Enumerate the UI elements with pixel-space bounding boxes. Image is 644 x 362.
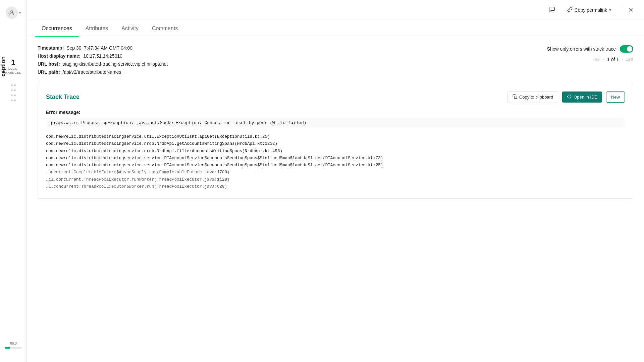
user-avatar-area[interactable]: ▾ (6, 7, 21, 19)
avatar (6, 7, 18, 19)
top-bar-divider (620, 6, 620, 14)
chat-icon-button[interactable] (546, 4, 558, 15)
dot (14, 89, 16, 91)
timestamp-label: Timestamp: (38, 45, 64, 51)
top-bar: Copy permalink ▾ ✕ (27, 0, 644, 20)
copy-permalink-button[interactable]: Copy permalink ▾ (564, 5, 614, 15)
error-message-label: Error message: (46, 110, 625, 115)
pagination-prev-icon[interactable]: ‹ (603, 57, 604, 62)
dot (11, 100, 13, 101)
dropdown-arrow-icon: ▾ (609, 8, 611, 12)
stack-line: …l.concurrent.ThreadPoolExecutor$Worker.… (46, 183, 625, 190)
pagination-last[interactable]: Last (626, 57, 633, 62)
timestamp-value: Sep 30, 7:47:34 AM GMT-04:00 (66, 45, 132, 51)
new-label: New (611, 95, 620, 100)
metadata-section: Timestamp: Sep 30, 7:47:34 AM GMT-04:00 … (38, 45, 633, 75)
clipboard-icon (513, 94, 517, 100)
stack-line: com.newrelic.distributedtracingservice.n… (46, 148, 625, 155)
main-content: Copy permalink ▾ ✕ Occurrences Attribute… (27, 0, 644, 362)
stack-line: com.newrelic.distributedtracingservice.s… (46, 155, 625, 162)
content-area: Timestamp: Sep 30, 7:47:34 AM GMT-04:00 … (27, 37, 644, 362)
code-icon (567, 94, 572, 100)
progress-time: 08:0 (10, 342, 16, 345)
stack-trace-toggle[interactable] (620, 45, 633, 53)
ide-label: Open in IDE (574, 95, 597, 100)
dot (11, 89, 13, 91)
url-path-row: URL path: /api/v2/trace/attributeNames (38, 69, 168, 75)
sidebar: ▾ 1 OCCU- RRENCES 08:0 (0, 0, 27, 362)
host-value: 10.17.51.14:25010 (83, 53, 122, 59)
error-message-text: javax.ws.rs.ProcessingException: java.ne… (46, 118, 625, 128)
stack-trace-code: com.newrelic.distributedtracingservice.u… (46, 133, 625, 190)
tab-occurrences[interactable]: Occurrences (35, 20, 79, 37)
timestamp-row: Timestamp: Sep 30, 7:47:34 AM GMT-04:00 (38, 45, 168, 51)
nav-tabs: Occurrences Attributes Activity Comments (27, 20, 644, 37)
stack-line: …oncurrent.CompletableFuture$AsyncSupply… (46, 169, 625, 176)
tab-activity[interactable]: Activity (115, 20, 145, 37)
filter-area: Show only errors with stack trace (547, 45, 633, 53)
url-host-row: URL host: staging-distributed-tracing-se… (38, 61, 168, 67)
dot-row (11, 89, 16, 91)
copy-label: Copy to clipboard (519, 95, 553, 100)
meta-right: Show only errors with stack trace First … (547, 45, 633, 62)
dot (14, 84, 16, 86)
pagination: First ‹ 1 of 1 › Last (593, 57, 633, 62)
stack-line: com.newrelic.distributedtracingservice.s… (46, 162, 625, 169)
stack-line: com.newrelic.distributedtracingservice.n… (46, 140, 625, 147)
dot (11, 84, 13, 86)
progress-fill (5, 347, 10, 349)
open-in-ide-button[interactable]: Open in IDE (562, 92, 602, 103)
dot-row (11, 100, 16, 101)
stack-line: com.newrelic.distributedtracingservice.u… (46, 133, 625, 140)
close-button[interactable]: ✕ (626, 5, 636, 15)
page-title-sidebar: ception (0, 56, 27, 76)
link-icon (567, 7, 573, 13)
host-label: Host display name: (38, 53, 80, 59)
svg-rect-1 (514, 96, 517, 99)
dot-row (11, 84, 16, 86)
dot (14, 100, 16, 101)
stack-trace-title: Stack Trace (46, 94, 79, 101)
stack-trace-header: Stack Trace Copy to clipboard (46, 91, 625, 103)
tab-attributes[interactable]: Attributes (79, 20, 115, 37)
sidebar-progress: 08:0 (0, 342, 27, 349)
pagination-first[interactable]: First (593, 57, 600, 62)
tab-comments[interactable]: Comments (145, 20, 184, 37)
host-row: Host display name: 10.17.51.14:25010 (38, 53, 168, 59)
dot (11, 95, 13, 96)
copy-permalink-label: Copy permalink (575, 7, 607, 13)
dot (14, 95, 16, 96)
url-host-value: staging-distributed-tracing-service.vip.… (63, 61, 168, 67)
toggle-thumb (627, 46, 632, 52)
stack-trace-box: Stack Trace Copy to clipboard (38, 83, 633, 199)
metadata-fields: Timestamp: Sep 30, 7:47:34 AM GMT-04:00 … (38, 45, 168, 75)
progress-bar (5, 347, 22, 349)
dot-row (11, 95, 16, 96)
chat-icon (549, 6, 555, 13)
url-path-value: /api/v2/trace/attributeNames (63, 69, 121, 75)
url-path-label: URL path: (38, 69, 60, 75)
new-button[interactable]: New (606, 92, 625, 103)
pagination-next-icon[interactable]: › (622, 57, 623, 62)
stack-trace-actions: Copy to clipboard Open in IDE New (507, 91, 625, 103)
sidebar-dots (11, 84, 16, 101)
svg-point-0 (11, 11, 13, 13)
stack-line: …il.concurrent.ThreadPoolExecutor.runWor… (46, 176, 625, 183)
chevron-down-icon: ▾ (19, 11, 21, 15)
copy-to-clipboard-button[interactable]: Copy to clipboard (507, 91, 558, 103)
filter-label: Show only errors with stack trace (547, 46, 616, 52)
url-host-label: URL host: (38, 61, 60, 67)
pagination-current: 1 of 1 (607, 57, 619, 62)
